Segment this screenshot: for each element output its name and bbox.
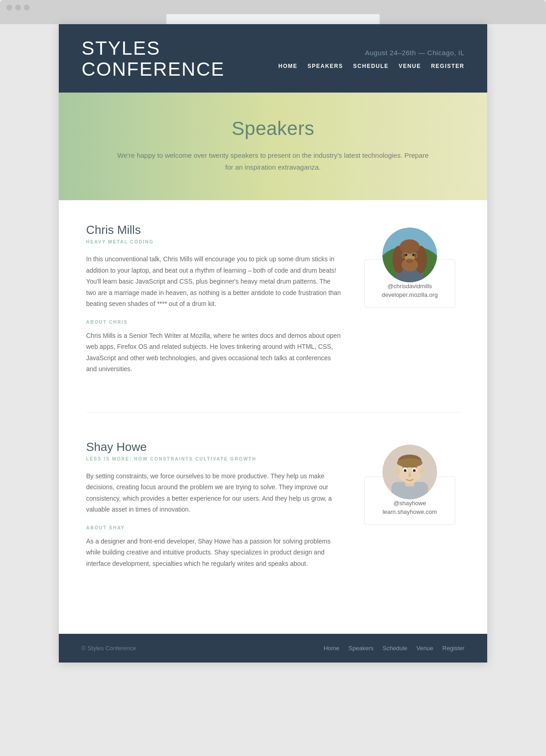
site-header: STYLES CONFERENCE August 24–26th — Chica… (59, 24, 487, 93)
svg-point-22 (397, 458, 422, 467)
speaker-topic-shay: LESS IS MORE: HOW CONSTRAINTS CULTIVATE … (86, 456, 341, 461)
svg-point-9 (405, 254, 407, 256)
page-wrapper: STYLES CONFERENCE August 24–26th — Chica… (59, 24, 487, 663)
address-bar[interactable] (166, 14, 380, 24)
svg-point-29 (404, 469, 407, 472)
about-chris: Chris Mills is a Senior Tech Writer at M… (86, 330, 341, 375)
about-shay: As a designer and front-end developer, S… (86, 536, 341, 570)
browser-chrome (0, 0, 546, 24)
nav-venue[interactable]: VENUE (399, 63, 421, 69)
nav-speakers[interactable]: SPEAKERS (308, 63, 343, 69)
speaker-handle-chris: @chrisdavidmills (374, 283, 446, 290)
speaker-section-chris: Chris Mills HEAVY METAL CODING In this u… (86, 223, 460, 413)
speaker-section-shay: Shay Howe LESS IS MORE: HOW CONSTRAINTS … (86, 440, 460, 607)
svg-point-23 (396, 468, 400, 474)
speaker-card-chris: @chrisdavidmills developer.mozilla.org (360, 223, 460, 385)
minimize-button[interactable] (15, 5, 21, 10)
site-nav: HOME SPEAKERS SCHEDULE VENUE REGISTER (278, 63, 464, 69)
svg-point-7 (400, 239, 420, 254)
speaker-name-chris: Chris Mills (86, 223, 341, 237)
speaker-info-shay: Shay Howe LESS IS MORE: HOW CONSTRAINTS … (86, 440, 341, 580)
speaker-website-chris: developer.mozilla.org (374, 291, 446, 298)
footer-nav-register[interactable]: Register (443, 645, 464, 652)
browser-buttons (6, 5, 540, 10)
speaker-website-shay: learn.shayhowe.com (374, 508, 446, 515)
speaker-bio-chris: In this unconventional talk, Chris Mills… (86, 254, 341, 310)
hero-title: Speakers (86, 118, 460, 140)
nav-register[interactable]: REGISTER (431, 63, 464, 69)
svg-point-24 (419, 468, 424, 474)
event-info: August 24–26th — Chicago, IL (278, 49, 464, 57)
hero-banner: Speakers We're happy to welcome over twe… (59, 93, 487, 200)
speaker-bio-shay: By setting constraints, we force ourselv… (86, 471, 341, 515)
svg-point-15 (406, 259, 413, 263)
hero-description: We're happy to welcome over twenty speak… (113, 150, 433, 173)
svg-point-10 (412, 254, 415, 256)
speaker-card-shay: @shayhowe learn.shayhowe.com (360, 440, 460, 580)
close-button[interactable] (6, 5, 12, 10)
main-content: Chris Mills HEAVY METAL CODING In this u… (59, 200, 487, 634)
footer-nav-schedule[interactable]: Schedule (382, 645, 407, 652)
footer-nav-home[interactable]: Home (324, 645, 340, 652)
site-footer: © Styles Conference Home Speakers Schedu… (59, 634, 487, 663)
site-logo: STYLES CONFERENCE (82, 38, 225, 80)
footer-nav-speakers[interactable]: Speakers (349, 645, 374, 652)
speaker-handle-shay: @shayhowe (374, 500, 446, 507)
footer-nav: Home Speakers Schedule Venue Register (324, 645, 464, 652)
svg-point-30 (413, 469, 416, 472)
speaker-topic-chris: HEAVY METAL CODING (86, 239, 341, 244)
speaker-name-shay: Shay Howe (86, 440, 341, 454)
avatar-chris (382, 228, 437, 282)
footer-nav-venue[interactable]: Venue (417, 645, 433, 652)
nav-schedule[interactable]: SCHEDULE (353, 63, 389, 69)
svg-point-14 (408, 258, 411, 259)
maximize-button[interactable] (24, 5, 30, 10)
nav-home[interactable]: HOME (278, 63, 298, 69)
about-heading-shay: ABOUT SHAY (86, 525, 341, 530)
avatar-shay (382, 445, 437, 499)
about-heading-chris: ABOUT CHRIS (86, 320, 341, 325)
header-right: August 24–26th — Chicago, IL HOME SPEAKE… (278, 49, 464, 69)
footer-copyright: © Styles Conference (82, 645, 136, 652)
speaker-info-chris: Chris Mills HEAVY METAL CODING In this u… (86, 223, 341, 385)
